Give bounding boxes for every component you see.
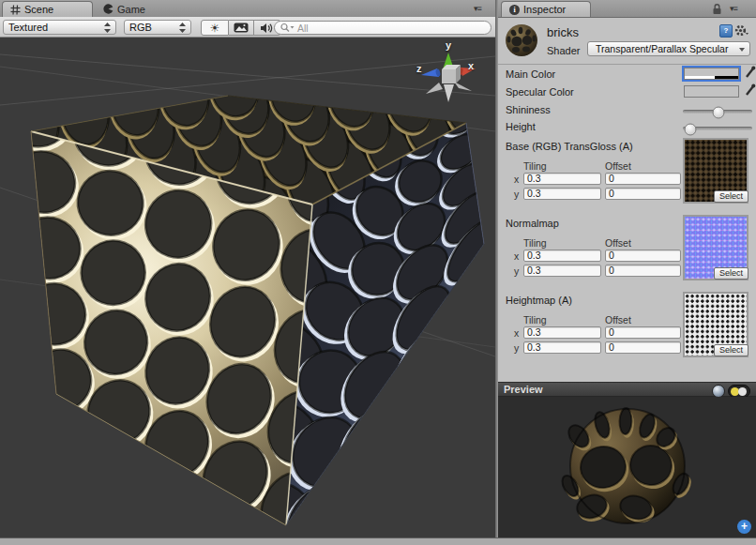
draw-mode-label: Textured [8,22,48,33]
material-ball-icon [503,22,540,59]
material-name: bricks [547,25,579,39]
normalmap-offset-y-field[interactable]: 0 [605,265,681,277]
tiling-header: Tiling [523,160,547,172]
divider [498,64,756,65]
scene-3d-canvas [0,38,495,537]
base-offset-x-field[interactable]: 0 [605,173,681,185]
x-row-label: x [514,327,519,339]
speaker-icon [260,23,274,34]
offset-header: Offset [605,160,631,172]
game-icon [103,4,113,14]
base-select-button[interactable]: Select [714,190,748,203]
eyedropper-icon[interactable] [744,83,756,98]
base-tiling-y-field[interactable]: 0.3 [523,188,601,200]
draw-mode-dropdown[interactable]: Textured [3,20,116,35]
search-icon [280,23,295,33]
window-bottom-strip [0,537,756,545]
inspector-panel-menu-icon[interactable]: ▾≡ [730,4,737,13]
scene-viewport[interactable]: y x z [0,38,495,537]
preview-header[interactable]: Preview [498,382,756,397]
color-mode-label: RGB [129,22,152,33]
tiling-header: Tiling [523,237,547,249]
main-color-swatch[interactable] [684,68,739,80]
heightmap-tiling-x-field[interactable]: 0.3 [523,326,601,339]
shader-dropdown[interactable]: Transparent/Parallax Specular [587,41,750,56]
color-mode-dropdown[interactable]: RGB [124,20,191,35]
specular-color-label: Specular Color [506,86,574,98]
y-row-label: y [514,342,519,354]
gizmo-y-label[interactable]: y [446,39,451,51]
tab-game[interactable]: Game [96,1,186,17]
tab-scene-label: Scene [24,4,53,15]
x-row-label: x [514,250,519,262]
main-color-label: Main Color [506,68,555,80]
sun-icon: ☀ [210,23,220,33]
textured-cube [0,59,495,537]
tab-inspector-label: Inspector [523,4,566,15]
search-input[interactable]: All [274,21,491,35]
inspector-tabstrip: i Inspector ▾≡ [498,0,756,18]
help-icon[interactable]: ? [719,24,733,38]
shininess-slider[interactable] [683,110,752,114]
heightmap-section-title: Heightmap (A) [506,295,572,306]
updown-arrows-icon [104,23,111,33]
normalmap-tiling-y-field[interactable]: 0.3 [523,265,601,277]
info-icon: i [509,5,520,15]
normalmap-section-title: Normalmap [506,218,559,229]
inspector-panel: i Inspector ▾≡ [498,0,756,537]
normalmap-offset-x-field[interactable]: 0 [605,250,681,262]
height-slider-knob[interactable] [685,123,697,135]
material-preview-sphere [559,408,694,526]
heightmap-offset-y-field[interactable]: 0 [605,341,681,354]
preview-title: Preview [504,384,543,395]
normalmap-select-button[interactable]: Select [714,267,748,280]
gizmo-z-label[interactable]: z [416,63,422,74]
gizmo-x-label[interactable]: x [468,60,474,71]
height-slider[interactable] [683,127,752,130]
specular-color-swatch[interactable] [684,85,739,98]
skybox-toggle-button[interactable] [229,20,254,36]
eyedropper-icon[interactable] [744,66,756,80]
normalmap-tiling-x-field[interactable]: 0.3 [523,250,601,262]
preview-sphere-button[interactable] [712,385,725,398]
tab-inspector[interactable]: i Inspector [501,1,591,17]
search-placeholder: All [297,23,309,34]
main-color-alpha-fill [685,76,715,79]
base-offset-y-field[interactable]: 0 [605,188,681,200]
lamp-off-icon [738,387,747,396]
unity-editor-window: Scene Game ▾≡ Textured RGB [0,0,756,545]
preview-lighting-toggle[interactable] [728,385,750,398]
image-icon [234,23,249,33]
add-button[interactable]: + [737,520,751,534]
y-row-label: y [514,265,519,277]
preview-area[interactable]: + [498,397,756,537]
tab-game-label: Game [117,4,145,15]
scene-toolbar: Textured RGB ☀ [0,17,495,38]
offset-header: Offset [605,237,631,249]
updown-arrows-icon [179,23,186,33]
shader-label: Shader [547,45,580,56]
x-row-label: x [514,174,519,185]
base-tiling-x-field[interactable]: 0.3 [523,173,601,185]
shader-value: Transparent/Parallax Specular [596,43,728,54]
heightmap-offset-x-field[interactable]: 0 [605,326,681,339]
offset-header: Offset [605,314,631,325]
heightmap-tiling-y-field[interactable]: 0.3 [523,341,601,354]
scene-grid-icon [10,5,21,15]
lock-icon[interactable] [712,3,722,15]
height-label: Height [506,121,536,132]
gear-icon[interactable] [734,24,748,37]
base-section-title: Base (RGB) TransGloss (A) [506,141,633,152]
shininess-slider-knob[interactable] [712,106,724,118]
lighting-toggle-button[interactable]: ☀ [201,20,229,36]
shininess-label: Shininess [506,104,551,115]
scene-tabstrip: Scene Game ▾≡ [0,0,495,18]
preview-canvas [498,397,756,537]
scene-panel: Scene Game ▾≡ Textured RGB [0,0,495,537]
y-row-label: y [514,189,519,200]
scene-panel-menu-icon[interactable]: ▾≡ [474,4,481,13]
main-color-alpha-strip [685,76,738,79]
heightmap-select-button[interactable]: Select [714,344,748,356]
tab-scene[interactable]: Scene [2,1,93,17]
tiling-header: Tiling [523,314,547,325]
